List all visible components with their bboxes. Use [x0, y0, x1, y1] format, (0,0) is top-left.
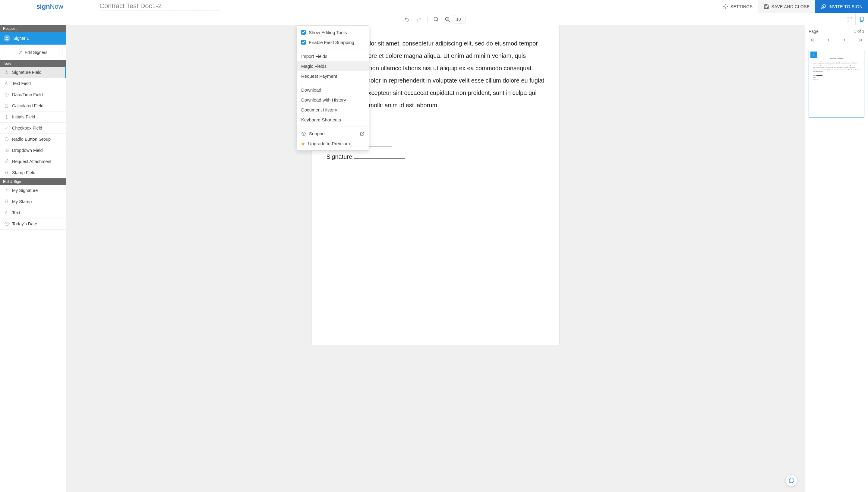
- tool-text-field[interactable]: Text Field: [0, 78, 66, 89]
- tool-dropdown-field[interactable]: Dropdown Field: [0, 145, 66, 156]
- tools-header: Tools: [0, 60, 66, 67]
- toolbar-center: [402, 15, 466, 24]
- zoom-in-icon: [444, 16, 450, 22]
- signer-name: Signer 1: [13, 36, 29, 41]
- show-editing-checkbox[interactable]: [301, 30, 306, 35]
- menu-label: Download: [301, 88, 321, 93]
- tool-label: Signature Field: [12, 70, 42, 75]
- svg-point-11: [5, 138, 8, 141]
- tool-stamp-field[interactable]: Stamp Field: [0, 167, 66, 178]
- menu-magic-fields[interactable]: Magic Fields: [297, 61, 369, 71]
- left-sidebar: Request Signer 1 Edit Signers Tools Sign…: [0, 25, 66, 492]
- tool-label: Initials Field: [12, 115, 35, 119]
- initials-icon: [4, 115, 9, 119]
- logo-now-text: Now: [50, 3, 63, 10]
- body: Request Signer 1 Edit Signers Tools Sign…: [0, 25, 868, 492]
- page-thumbnail[interactable]: 1 Contract Test Doc Lorem ipsum dolor si…: [808, 50, 864, 118]
- thumbnail-number: 1: [811, 51, 817, 58]
- menu-label: Document History: [301, 107, 337, 113]
- page-label: Page: [808, 29, 819, 34]
- person-icon: [19, 50, 23, 54]
- logo[interactable]: signNow: [0, 3, 99, 10]
- settings-dropdown: Show Editing Tools Enable Field Snapping…: [297, 25, 369, 151]
- tool-label: My Stamp: [12, 199, 32, 204]
- logo-sign-text: sign: [36, 3, 50, 10]
- pages-panel-button[interactable]: [855, 13, 868, 25]
- first-page-button[interactable]: [808, 36, 817, 45]
- save-icon: [764, 4, 769, 9]
- tool-label: Request Attachment: [12, 159, 51, 164]
- save-and-close-button[interactable]: SAVE AND CLOSE: [758, 0, 815, 13]
- save-close-label: SAVE AND CLOSE: [772, 4, 810, 9]
- tool-date-time-field[interactable]: Date/Time Field: [0, 89, 66, 100]
- svg-rect-6: [861, 17, 864, 21]
- menu-download[interactable]: Download: [297, 85, 369, 95]
- redo-icon: [416, 16, 422, 22]
- tool-text[interactable]: Text: [0, 207, 66, 218]
- tool-signature-field[interactable]: Signature Field: [0, 67, 66, 78]
- menu-document-history[interactable]: Document History: [297, 105, 369, 115]
- text-icon: [4, 210, 9, 215]
- tool-label: Radio Button Group: [12, 137, 51, 142]
- attachment-icon: [4, 159, 9, 164]
- field-signature-label: Signature:: [327, 153, 354, 160]
- undo-icon: [404, 16, 410, 22]
- menu-request-payment[interactable]: Request Payment: [297, 71, 369, 81]
- undo-button[interactable]: [402, 15, 412, 24]
- stamp-icon: [4, 170, 9, 175]
- enable-snapping-checkbox[interactable]: [301, 40, 306, 45]
- tool-todays-date[interactable]: Today's Date: [0, 218, 66, 229]
- settings-button[interactable]: SETTINGS: [717, 0, 758, 13]
- menu-keyboard-shortcuts[interactable]: Keyboard Shortcuts: [297, 115, 369, 125]
- tool-my-stamp[interactable]: My Stamp: [0, 196, 66, 207]
- tool-label: Stamp Field: [12, 170, 35, 175]
- zoom-input[interactable]: [454, 15, 466, 24]
- signer-row[interactable]: Signer 1: [0, 32, 66, 45]
- tool-checkbox-field[interactable]: Checkbox Field: [0, 123, 66, 134]
- last-page-button[interactable]: [857, 36, 864, 45]
- svg-point-7: [6, 37, 7, 38]
- zoom-out-icon: [433, 16, 439, 22]
- settings-label: SETTINGS: [730, 4, 753, 9]
- menu-download-with-history[interactable]: Download with History: [297, 95, 369, 105]
- tool-my-signature[interactable]: My Signature: [0, 185, 66, 196]
- menu-import-fields[interactable]: Import Fields: [297, 51, 369, 61]
- document-title[interactable]: Contract Test Doc1-2: [99, 2, 220, 11]
- menu-enable-field-snapping[interactable]: Enable Field Snapping: [297, 38, 369, 47]
- menu-label: Show Editing Tools: [309, 30, 347, 35]
- page-count: 1 of 1: [854, 29, 864, 34]
- tool-label: My Signature: [12, 188, 38, 193]
- thumbnail-content: Contract Test Doc Lorem ipsum dolor sit …: [813, 53, 860, 81]
- canvas-area[interactable]: Lorem ipsum dolor sit amet, consectetur …: [66, 25, 805, 492]
- thumbnail-title: Contract Test Doc: [813, 57, 860, 60]
- svg-rect-5: [847, 20, 849, 21]
- next-page-button[interactable]: [841, 36, 848, 45]
- field-signature-line: [354, 158, 405, 159]
- menu-label: Support: [309, 131, 325, 136]
- tool-calculated-field[interactable]: Calculated Field: [0, 100, 66, 112]
- zoom-in-button[interactable]: [443, 15, 452, 24]
- page-nav: [808, 36, 864, 45]
- tool-initials-field[interactable]: Initials Field: [0, 112, 66, 123]
- feather-icon: [821, 4, 826, 9]
- menu-upgrade-premium[interactable]: ★ Upgrade to Premium: [297, 139, 369, 149]
- tool-radio-button-group[interactable]: Radio Button Group: [0, 134, 66, 145]
- clock-icon: [4, 92, 9, 97]
- prev-page-button[interactable]: [825, 36, 832, 45]
- toolbar: [0, 13, 868, 25]
- chat-button[interactable]: [785, 474, 797, 487]
- tool-label: Text: [12, 210, 20, 215]
- clock-icon: [4, 221, 9, 226]
- tool-request-attachment[interactable]: Request Attachment: [0, 156, 66, 167]
- menu-show-editing-tools[interactable]: Show Editing Tools: [297, 27, 369, 38]
- invite-to-sign-button[interactable]: INVITE TO SIGN: [815, 0, 868, 13]
- zoom-out-button[interactable]: [431, 15, 441, 24]
- redo-button[interactable]: [414, 15, 424, 24]
- edit-signers-button[interactable]: Edit Signers: [4, 48, 63, 57]
- menu-label: Import Fields: [301, 54, 327, 59]
- menu-support[interactable]: Support: [297, 129, 369, 139]
- gear-icon: [723, 4, 728, 9]
- thumbnail-body: Lorem ipsum dolor sit amet, consectetur …: [813, 61, 860, 73]
- view-mode-button[interactable]: [843, 13, 855, 25]
- toolbar-right: [843, 13, 868, 25]
